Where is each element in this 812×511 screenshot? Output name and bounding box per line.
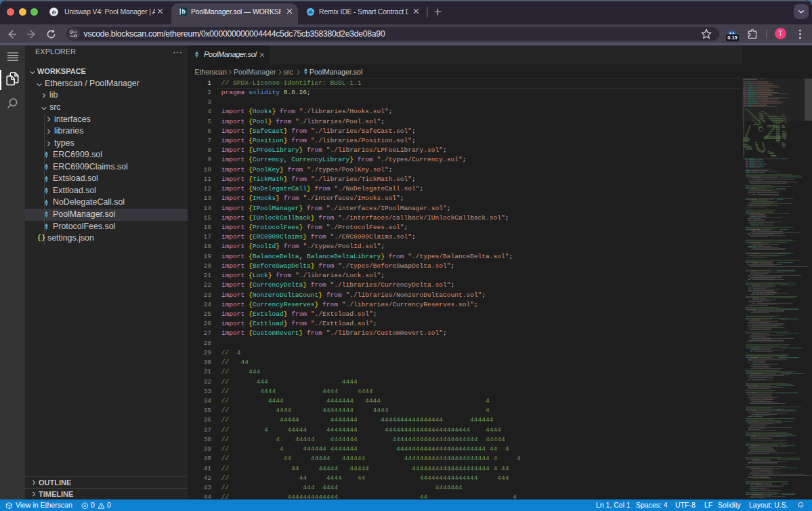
svg-text:b: b [181, 8, 185, 15]
